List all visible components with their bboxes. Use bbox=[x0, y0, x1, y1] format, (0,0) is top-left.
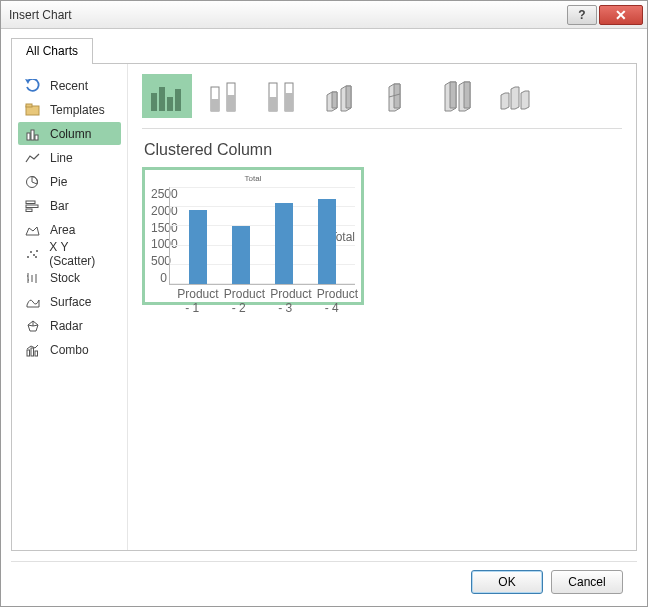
svg-rect-9 bbox=[26, 209, 32, 212]
3d-clustered-column-icon bbox=[321, 79, 361, 113]
preview-y-axis: 2500 2000 1500 1000 500 0 bbox=[151, 187, 169, 285]
subtype-3d-stacked-column[interactable] bbox=[374, 74, 424, 118]
sidebar-item-label: Stock bbox=[50, 271, 80, 285]
3d-stacked-column-icon bbox=[379, 79, 419, 113]
svg-marker-10 bbox=[26, 227, 39, 235]
insert-chart-dialog: Insert Chart ? ✕ All Charts Recent Templ… bbox=[0, 0, 648, 607]
sidebar-item-column[interactable]: Column bbox=[18, 122, 121, 145]
sidebar-item-recent[interactable]: Recent bbox=[18, 74, 121, 97]
column-icon bbox=[24, 127, 42, 141]
svg-rect-30 bbox=[167, 97, 173, 111]
stock-icon bbox=[24, 271, 42, 285]
bar-icon bbox=[24, 199, 42, 213]
svg-point-13 bbox=[33, 254, 35, 256]
chart-subtype-title: Clustered Column bbox=[144, 141, 622, 159]
3d-column-icon bbox=[495, 79, 535, 113]
3d-100-stacked-column-icon bbox=[437, 79, 477, 113]
close-button[interactable]: ✕ bbox=[599, 5, 643, 25]
svg-rect-27 bbox=[35, 351, 38, 356]
tab-strip: All Charts bbox=[1, 29, 647, 64]
preview-bar bbox=[318, 199, 336, 284]
preview-bar bbox=[189, 210, 207, 284]
preview-x-axis: Product - 1 Product - 2 Product - 3 Prod… bbox=[151, 287, 355, 315]
radar-icon bbox=[24, 319, 42, 333]
sidebar-item-label: Templates bbox=[50, 103, 105, 117]
svg-rect-8 bbox=[26, 205, 38, 208]
sidebar-item-combo[interactable]: Combo bbox=[18, 338, 121, 361]
dialog-footer: OK Cancel bbox=[11, 561, 637, 606]
sidebar-item-label: Combo bbox=[50, 343, 89, 357]
preview-bar bbox=[275, 203, 293, 284]
surface-icon bbox=[24, 295, 42, 309]
sidebar-item-label: Pie bbox=[50, 175, 67, 189]
svg-point-11 bbox=[27, 256, 29, 258]
svg-rect-3 bbox=[27, 133, 30, 140]
column-subtype-row bbox=[142, 74, 622, 129]
clustered-column-icon bbox=[147, 79, 187, 113]
preview-bar bbox=[232, 226, 250, 284]
help-icon: ? bbox=[578, 8, 585, 22]
sidebar-item-stock[interactable]: Stock bbox=[18, 266, 121, 289]
svg-point-14 bbox=[36, 250, 38, 252]
100-stacked-column-icon bbox=[263, 79, 303, 113]
svg-rect-37 bbox=[269, 97, 277, 111]
sidebar-item-label: Surface bbox=[50, 295, 91, 309]
subtype-stacked-column[interactable] bbox=[200, 74, 250, 118]
svg-rect-35 bbox=[227, 95, 235, 111]
svg-point-12 bbox=[30, 251, 32, 253]
sidebar-item-templates[interactable]: Templates bbox=[18, 98, 121, 121]
svg-rect-31 bbox=[175, 89, 181, 111]
scatter-icon bbox=[24, 247, 41, 261]
ok-button[interactable]: OK bbox=[471, 570, 543, 594]
svg-rect-26 bbox=[31, 348, 34, 356]
close-icon: ✕ bbox=[615, 7, 627, 23]
sidebar-item-label: Column bbox=[50, 127, 91, 141]
sidebar-item-label: Bar bbox=[50, 199, 69, 213]
templates-icon bbox=[24, 103, 42, 117]
svg-rect-28 bbox=[151, 93, 157, 111]
combo-icon bbox=[24, 343, 42, 357]
svg-rect-7 bbox=[26, 201, 35, 204]
sidebar-item-label: Area bbox=[50, 223, 75, 237]
title-bar: Insert Chart ? ✕ bbox=[1, 1, 647, 29]
preview-title: Total bbox=[151, 174, 355, 183]
subtype-3d-100-stacked-column[interactable] bbox=[432, 74, 482, 118]
svg-rect-39 bbox=[285, 93, 293, 111]
tab-all-charts[interactable]: All Charts bbox=[11, 38, 93, 64]
sidebar-item-label: Line bbox=[50, 151, 73, 165]
subtype-clustered-column[interactable] bbox=[142, 74, 192, 118]
svg-rect-2 bbox=[26, 104, 32, 107]
cancel-button[interactable]: Cancel bbox=[551, 570, 623, 594]
line-icon bbox=[24, 151, 42, 165]
recent-icon bbox=[24, 79, 42, 93]
sidebar-item-label: Radar bbox=[50, 319, 83, 333]
subtype-3d-clustered-column[interactable] bbox=[316, 74, 366, 118]
area-icon bbox=[24, 223, 42, 237]
subtype-100-stacked-column[interactable] bbox=[258, 74, 308, 118]
sidebar-item-area[interactable]: Area bbox=[18, 218, 121, 241]
stacked-column-icon bbox=[205, 79, 245, 113]
svg-rect-29 bbox=[159, 87, 165, 111]
sidebar-item-pie[interactable]: Pie bbox=[18, 170, 121, 193]
svg-rect-25 bbox=[27, 350, 30, 356]
sidebar-item-label: Recent bbox=[50, 79, 88, 93]
svg-rect-5 bbox=[35, 135, 38, 140]
main-panel: Clustered Column Total 2500 2000 1500 10… bbox=[128, 64, 636, 550]
subtype-3d-column[interactable] bbox=[490, 74, 540, 118]
chart-type-sidebar: Recent Templates Column Line Pie bbox=[12, 64, 128, 550]
svg-point-15 bbox=[35, 256, 37, 258]
pie-icon bbox=[24, 175, 42, 189]
preview-plot-area bbox=[169, 187, 355, 285]
sidebar-item-scatter[interactable]: X Y (Scatter) bbox=[18, 242, 121, 265]
svg-rect-4 bbox=[31, 130, 34, 140]
sidebar-item-bar[interactable]: Bar bbox=[18, 194, 121, 217]
window-title: Insert Chart bbox=[9, 8, 565, 22]
svg-rect-33 bbox=[211, 99, 219, 111]
tab-label: All Charts bbox=[26, 44, 78, 58]
sidebar-item-surface[interactable]: Surface bbox=[18, 290, 121, 313]
sidebar-item-radar[interactable]: Radar bbox=[18, 314, 121, 337]
sidebar-item-line[interactable]: Line bbox=[18, 146, 121, 169]
sidebar-item-label: X Y (Scatter) bbox=[49, 240, 115, 268]
chart-preview[interactable]: Total 2500 2000 1500 1000 500 0 bbox=[142, 167, 364, 305]
help-button[interactable]: ? bbox=[567, 5, 597, 25]
